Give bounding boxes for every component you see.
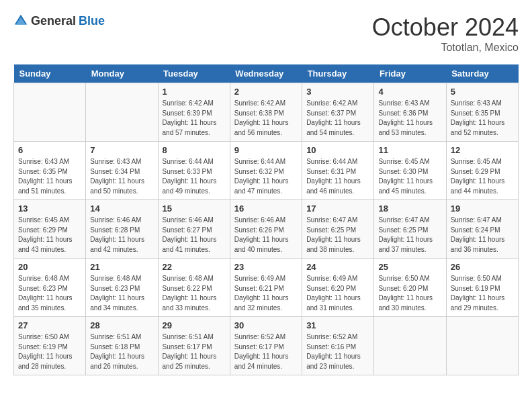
weekday-header-row: SundayMondayTuesdayWednesdayThursdayFrid… — [14, 64, 519, 83]
calendar-cell — [374, 317, 446, 375]
calendar-cell: 11Sunrise: 6:45 AMSunset: 6:30 PMDayligh… — [374, 142, 446, 200]
calendar-cell: 26Sunrise: 6:50 AMSunset: 6:19 PMDayligh… — [446, 259, 518, 317]
calendar-cell: 23Sunrise: 6:49 AMSunset: 6:21 PMDayligh… — [230, 259, 302, 317]
calendar-cell: 3Sunrise: 6:42 AMSunset: 6:37 PMDaylight… — [302, 83, 374, 142]
calendar-cell: 18Sunrise: 6:47 AMSunset: 6:25 PMDayligh… — [374, 200, 446, 259]
day-number: 16 — [234, 203, 298, 214]
day-info: Sunrise: 6:48 AMSunset: 6:22 PMDaylight:… — [163, 274, 226, 313]
calendar-cell: 29Sunrise: 6:51 AMSunset: 6:17 PMDayligh… — [158, 317, 230, 375]
day-info: Sunrise: 6:42 AMSunset: 6:37 PMDaylight:… — [306, 99, 369, 138]
calendar-cell: 10Sunrise: 6:44 AMSunset: 6:31 PMDayligh… — [302, 142, 374, 200]
day-info: Sunrise: 6:45 AMSunset: 6:29 PMDaylight:… — [451, 157, 514, 196]
calendar-cell — [86, 83, 158, 142]
day-number: 30 — [234, 320, 298, 330]
day-number: 12 — [451, 145, 514, 155]
calendar-cell: 5Sunrise: 6:43 AMSunset: 6:35 PMDaylight… — [446, 83, 518, 142]
calendar-cell: 2Sunrise: 6:42 AMSunset: 6:38 PMDaylight… — [230, 83, 302, 142]
calendar-cell: 13Sunrise: 6:45 AMSunset: 6:29 PMDayligh… — [14, 200, 86, 259]
day-info: Sunrise: 6:45 AMSunset: 6:29 PMDaylight:… — [18, 216, 81, 255]
day-info: Sunrise: 6:50 AMSunset: 6:19 PMDaylight:… — [18, 332, 81, 371]
day-info: Sunrise: 6:49 AMSunset: 6:21 PMDaylight:… — [234, 274, 298, 313]
weekday-header: Wednesday — [230, 64, 302, 83]
calendar-cell: 17Sunrise: 6:47 AMSunset: 6:25 PMDayligh… — [302, 200, 374, 259]
calendar-cell: 9Sunrise: 6:44 AMSunset: 6:32 PMDaylight… — [230, 142, 302, 200]
weekday-header: Thursday — [302, 64, 374, 83]
calendar-cell: 30Sunrise: 6:52 AMSunset: 6:17 PMDayligh… — [230, 317, 302, 375]
weekday-header: Tuesday — [158, 64, 230, 83]
day-number: 17 — [306, 203, 369, 214]
day-number: 8 — [163, 145, 226, 155]
weekday-header: Friday — [374, 64, 446, 83]
day-number: 31 — [306, 320, 369, 330]
day-info: Sunrise: 6:48 AMSunset: 6:23 PMDaylight:… — [90, 274, 153, 313]
day-number: 3 — [306, 87, 369, 97]
day-number: 6 — [18, 145, 81, 155]
day-info: Sunrise: 6:50 AMSunset: 6:20 PMDaylight:… — [378, 274, 441, 313]
day-number: 2 — [234, 87, 298, 97]
day-info: Sunrise: 6:47 AMSunset: 6:25 PMDaylight:… — [306, 216, 369, 255]
calendar-cell: 6Sunrise: 6:43 AMSunset: 6:35 PMDaylight… — [14, 142, 86, 200]
day-info: Sunrise: 6:47 AMSunset: 6:25 PMDaylight:… — [378, 216, 441, 255]
day-info: Sunrise: 6:52 AMSunset: 6:17 PMDaylight:… — [234, 332, 298, 371]
logo-blue-text: Blue — [79, 14, 105, 28]
calendar-table: SundayMondayTuesdayWednesdayThursdayFrid… — [13, 64, 519, 375]
day-number: 14 — [90, 203, 153, 214]
day-number: 28 — [90, 320, 153, 330]
day-number: 15 — [163, 203, 226, 214]
calendar-cell: 19Sunrise: 6:47 AMSunset: 6:24 PMDayligh… — [446, 200, 518, 259]
title-block: October 2024 Tototlan, Mexico — [372, 13, 519, 54]
calendar-cell: 7Sunrise: 6:43 AMSunset: 6:34 PMDaylight… — [86, 142, 158, 200]
day-number: 26 — [451, 262, 514, 272]
day-info: Sunrise: 6:43 AMSunset: 6:35 PMDaylight:… — [451, 99, 514, 138]
calendar-cell: 12Sunrise: 6:45 AMSunset: 6:29 PMDayligh… — [446, 142, 518, 200]
day-number: 20 — [18, 262, 81, 272]
weekday-header: Monday — [86, 64, 158, 83]
calendar-cell: 28Sunrise: 6:51 AMSunset: 6:18 PMDayligh… — [86, 317, 158, 375]
day-info: Sunrise: 6:44 AMSunset: 6:31 PMDaylight:… — [306, 157, 369, 196]
logo-general-text: General — [31, 14, 76, 28]
day-info: Sunrise: 6:46 AMSunset: 6:28 PMDaylight:… — [90, 216, 153, 255]
calendar-week-row: 6Sunrise: 6:43 AMSunset: 6:35 PMDaylight… — [14, 142, 519, 200]
day-number: 21 — [90, 262, 153, 272]
day-info: Sunrise: 6:45 AMSunset: 6:30 PMDaylight:… — [378, 157, 441, 196]
calendar-cell — [14, 83, 86, 142]
day-number: 25 — [378, 262, 441, 272]
calendar-cell: 20Sunrise: 6:48 AMSunset: 6:23 PMDayligh… — [14, 259, 86, 317]
day-info: Sunrise: 6:46 AMSunset: 6:27 PMDaylight:… — [163, 216, 226, 255]
calendar-cell: 27Sunrise: 6:50 AMSunset: 6:19 PMDayligh… — [14, 317, 86, 375]
calendar-cell: 4Sunrise: 6:43 AMSunset: 6:36 PMDaylight… — [374, 83, 446, 142]
page-header: General Blue October 2024 Tototlan, Mexi… — [13, 13, 519, 54]
day-info: Sunrise: 6:50 AMSunset: 6:19 PMDaylight:… — [451, 274, 514, 313]
day-info: Sunrise: 6:42 AMSunset: 6:38 PMDaylight:… — [234, 99, 298, 138]
day-number: 22 — [163, 262, 226, 272]
calendar-week-row: 20Sunrise: 6:48 AMSunset: 6:23 PMDayligh… — [14, 259, 519, 317]
day-number: 7 — [90, 145, 153, 155]
day-number: 23 — [234, 262, 298, 272]
day-info: Sunrise: 6:43 AMSunset: 6:35 PMDaylight:… — [18, 157, 81, 196]
day-number: 27 — [18, 320, 81, 330]
weekday-header: Sunday — [14, 64, 86, 83]
day-info: Sunrise: 6:46 AMSunset: 6:26 PMDaylight:… — [234, 216, 298, 255]
day-info: Sunrise: 6:42 AMSunset: 6:39 PMDaylight:… — [163, 99, 226, 138]
day-info: Sunrise: 6:51 AMSunset: 6:17 PMDaylight:… — [163, 332, 226, 371]
calendar-cell: 16Sunrise: 6:46 AMSunset: 6:26 PMDayligh… — [230, 200, 302, 259]
day-info: Sunrise: 6:52 AMSunset: 6:16 PMDaylight:… — [306, 332, 369, 371]
day-number: 24 — [306, 262, 369, 272]
day-number: 9 — [234, 145, 298, 155]
calendar-cell: 22Sunrise: 6:48 AMSunset: 6:22 PMDayligh… — [158, 259, 230, 317]
day-number: 5 — [451, 87, 514, 97]
calendar-cell: 14Sunrise: 6:46 AMSunset: 6:28 PMDayligh… — [86, 200, 158, 259]
calendar-cell: 21Sunrise: 6:48 AMSunset: 6:23 PMDayligh… — [86, 259, 158, 317]
day-info: Sunrise: 6:43 AMSunset: 6:36 PMDaylight:… — [378, 99, 441, 138]
day-number: 13 — [18, 203, 81, 214]
calendar-cell: 1Sunrise: 6:42 AMSunset: 6:39 PMDaylight… — [158, 83, 230, 142]
location-title: Tototlan, Mexico — [372, 42, 519, 54]
day-number: 4 — [378, 87, 441, 97]
day-number: 29 — [163, 320, 226, 330]
day-number: 19 — [451, 203, 514, 214]
day-info: Sunrise: 6:51 AMSunset: 6:18 PMDaylight:… — [90, 332, 153, 371]
logo: General Blue — [13, 13, 105, 28]
calendar-cell: 15Sunrise: 6:46 AMSunset: 6:27 PMDayligh… — [158, 200, 230, 259]
day-info: Sunrise: 6:48 AMSunset: 6:23 PMDaylight:… — [18, 274, 81, 313]
weekday-header: Saturday — [446, 64, 518, 83]
